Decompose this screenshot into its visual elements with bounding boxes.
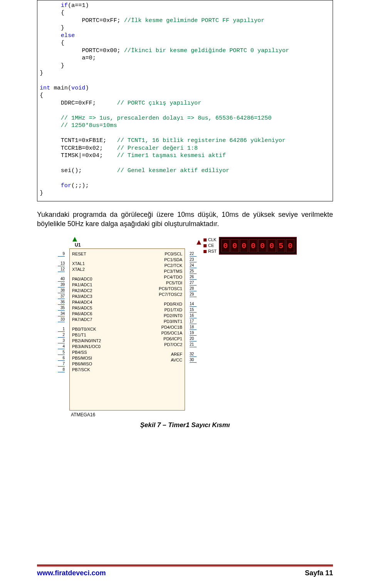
pin-label: XTAL1 [72,261,101,267]
pin-number: 27 [190,280,197,286]
pin-number: 1 [58,326,65,332]
pin-number: 23 [190,257,197,262]
seven-segment-digit: 0 [240,239,248,252]
pin-label: XTAL2 [72,267,101,272]
chip-name: ATMEGA16 [71,412,185,417]
pin-label: AVCC [159,357,182,363]
pin-number: 18 [190,324,197,330]
pin-label: PA1/ADC1 [72,282,101,288]
seven-segment-digit: 0 [258,239,267,252]
seven-segment-digit: 0 [221,239,230,252]
pin-number: 7 [58,361,65,367]
pin-label: PA5/ADC5 [72,305,101,311]
right-pin-labels: PC0/SCLPC1/SDAPC2/TCKPC3/TMSPC4/TDOPC5/T… [159,251,182,363]
pin-number: 3 [58,338,65,343]
pin-number: 14 [190,301,197,307]
footer-rule-thick [37,564,333,566]
schematic-figure: U1 91312403938373635343312345678 RESETXT… [69,237,301,417]
pin-label: PB5/MOSI [72,355,101,361]
keyword-int: int [40,84,50,91]
footer-rule-thin [37,566,333,567]
pin-number: 5 [58,349,65,355]
comment: // Genel kesmeler aktif ediliyor [117,167,230,174]
pin-number: 8 [58,367,65,372]
signal-arrow-icon [197,240,201,245]
chip-reference: U1 [75,242,185,248]
pin-label: PB6/MISO [72,361,101,367]
seven-segment-digit: 0 [267,239,276,252]
pin-number: 21 [190,341,197,347]
pin-label: PB1/T1 [72,332,101,338]
pin-label: PC4/TDO [159,274,182,280]
pin-number: 40 [58,276,65,282]
seven-segment-digit: 0 [230,239,239,252]
pin-label: PB2/AIN0/INT2 [72,338,101,344]
pin-label: PD1/TXD [159,307,182,313]
pin-label: PD3/INT1 [159,319,182,324]
pin-number: 28 [190,286,197,291]
comment: // Prescaler değeri 1:8 [117,145,198,152]
pin-label: PA7/ADC7 [72,317,101,323]
pin-number: 20 [190,336,197,341]
comment: //İkinci bir kesme geldiğinde PORTC 0 ya… [124,47,289,54]
comment: // 1250*8us=10ms [61,122,117,129]
pin-number: 4 [58,343,65,349]
pin-number: 16 [190,313,197,318]
keyword-if: if [61,2,68,9]
pin-label: PA0/ADC0 [72,276,101,282]
pin-label: PD6/ICP1 [159,336,182,342]
comment: // TCNT1, 16 bitlik registerine 64286 yü… [117,137,286,144]
pin-number: 29 [190,291,197,297]
pin-label: PB3/AIN1/OC0 [72,344,101,350]
pin-label: PD7/OC2 [159,342,182,348]
pin-number: 36 [58,299,65,305]
left-pin-numbers: 91312403938373635343312345678 [58,251,65,372]
keyword-for: for [61,182,71,189]
pin-label: PD5/OC1A [159,330,182,336]
pin-label: PC2/TCK [159,263,182,269]
description-paragraph: Yukarıdaki programda da görüleceği üzere… [37,210,333,229]
seven-segment-digit: 0 [249,239,257,252]
pin-label: PC0/SCL [159,251,182,257]
footer-page-number: Sayfa 11 [305,569,333,577]
pin-number: 39 [58,282,65,287]
seven-segment-digit: 5 [277,239,285,252]
comment: // PORTC çıkış yapılıyor [117,100,202,106]
pin-label: PC7/TOSC2 [159,292,182,297]
code-block: if(a==1) { PORTC=0xFF; //İlk kesme gelim… [37,0,333,201]
pin-number: 2 [58,332,65,338]
pin-number: 24 [190,262,197,268]
pin-label: PC3/TMS [159,269,182,274]
pin-number: 22 [190,251,197,257]
page-footer: www.firatdeveci.com Sayfa 11 [37,564,333,577]
power-arrow-icon [72,237,77,242]
keyword-void: void [71,84,85,91]
pin-label: PB7/SCK [72,367,101,373]
comment: // Timer1 taşması kesmesi aktif [117,152,226,159]
seven-segment-display: 00000050 [219,237,297,255]
counter-pin: RST [204,248,217,254]
pin-label: PC5/TDI [159,280,182,286]
pin-label: PA3/ADC3 [72,294,101,299]
pin-label: PC1/SDA [159,257,182,263]
pin-number: 30 [190,357,197,363]
pin-number: 26 [190,274,197,280]
left-pin-labels: RESETXTAL1XTAL2PA0/ADC0PA1/ADC1PA2/ADC2P… [72,251,101,373]
figure-caption: Şekil 7 – Timer1 Sayıcı Kısmı [37,421,333,429]
pin-label: PD0/RXD [159,301,182,307]
comment: //İlk kesme geliminde PORTC FF yapılıyor [124,17,265,24]
pin-label: PA6/ADC6 [72,311,101,317]
chip-body: RESETXTAL1XTAL2PA0/ADC0PA1/ADC1PA2/ADC2P… [69,248,185,411]
pin-label: PA2/ADC2 [72,288,101,294]
pin-number: 38 [58,287,65,293]
pin-number: 25 [190,268,197,274]
pin-number: 37 [58,293,65,299]
pin-number: 15 [190,307,197,313]
pin-number: 34 [58,311,65,316]
footer-url: www.firatdeveci.com [37,569,106,577]
counter-pin: CLK [204,237,217,243]
comment: // 1MHz => 1us, prescalerden dolayı => 8… [61,115,272,122]
pin-label: PA4/ADC4 [72,299,101,305]
keyword-else: else [61,32,75,39]
pin-number: 19 [190,330,197,336]
